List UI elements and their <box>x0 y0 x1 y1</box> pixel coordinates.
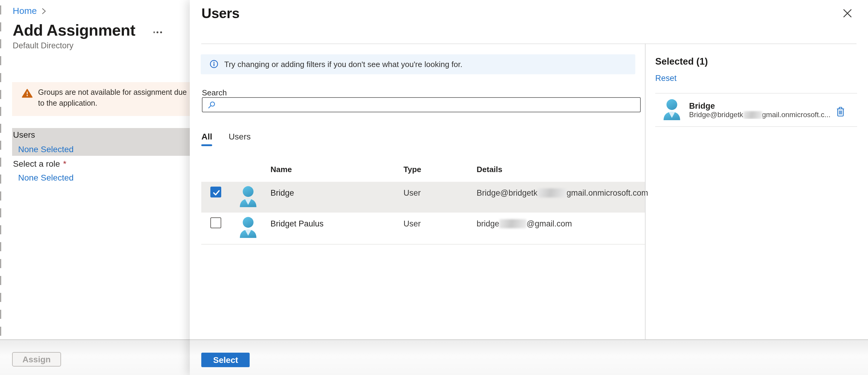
info-icon <box>210 60 218 69</box>
cell-type: User <box>403 189 421 198</box>
required-asterisk: * <box>63 159 66 168</box>
tab-users[interactable]: Users <box>228 131 251 141</box>
users-field-label: Users <box>13 130 35 139</box>
table-row[interactable]: Bridget PaulusUserbridge@gmail.com <box>201 213 645 245</box>
assign-button[interactable]: Assign <box>12 352 61 367</box>
select-button[interactable]: Select <box>202 353 250 367</box>
panel-footer: Select <box>189 339 868 375</box>
role-none-selected-link[interactable]: None Selected <box>18 172 74 182</box>
trash-icon[interactable] <box>835 105 846 117</box>
tab-bar: All Users <box>202 131 251 141</box>
left-edge-scrollbar[interactable] <box>0 5 1 338</box>
cell-type: User <box>403 219 421 229</box>
ellipsis-menu-icon[interactable] <box>152 30 163 34</box>
page-subtitle: Default Directory <box>13 41 73 50</box>
redacted-text <box>499 219 526 229</box>
users-none-selected-link[interactable]: None Selected <box>18 144 74 154</box>
row-checkbox-checked[interactable] <box>210 186 221 198</box>
reset-link[interactable]: Reset <box>655 74 677 83</box>
row-checkbox-unchecked[interactable] <box>210 218 221 229</box>
close-icon[interactable] <box>841 7 853 19</box>
column-header-details: Details <box>476 165 502 174</box>
user-avatar-icon <box>238 186 258 209</box>
page-title: Add Assignment <box>13 21 135 40</box>
users-picker-panel: Users Try changing or adding filters if … <box>189 0 868 375</box>
table-row[interactable]: BridgeUserBridge@bridgetkgmail.onmicroso… <box>201 182 645 213</box>
active-tab-underline <box>202 144 213 146</box>
add-assignment-page: Home Add Assignment Default Directory Gr… <box>0 0 206 375</box>
chevron-right-icon <box>42 8 46 14</box>
warning-text: Groups are not available for assignment … <box>38 88 189 109</box>
search-label: Search <box>202 88 227 97</box>
column-header-name: Name <box>271 165 292 174</box>
info-text: Try changing or adding filters if you do… <box>224 60 462 69</box>
user-rows: BridgeUserBridge@bridgetkgmail.onmicroso… <box>201 182 645 245</box>
cell-details: bridge@gmail.com <box>476 219 572 229</box>
selected-count-title: Selected (1) <box>655 56 708 67</box>
page-title-row: Add Assignment <box>13 21 163 40</box>
panel-title: Users <box>202 5 240 22</box>
column-header-type: Type <box>403 165 421 174</box>
cell-details: Bridge@bridgetkgmail.onmicrosoft.com <box>476 189 648 198</box>
breadcrumb: Home <box>13 5 46 16</box>
search-icon <box>208 101 215 108</box>
select-role-label: Select a role* <box>13 159 66 168</box>
table-header: Name Type Details <box>201 165 644 173</box>
selected-item-name: Bridge <box>689 101 715 110</box>
selected-divider-bottom <box>655 126 857 127</box>
selected-divider-top <box>655 93 857 93</box>
tab-all[interactable]: All <box>202 131 213 141</box>
cell-name: Bridge <box>271 189 294 198</box>
info-banner: Try changing or adding filters if you do… <box>201 54 635 74</box>
user-avatar-icon <box>238 217 258 241</box>
warning-banner: Groups are not available for assignment … <box>12 82 192 116</box>
search-box <box>202 97 641 112</box>
user-avatar-icon <box>662 99 682 123</box>
redacted-text <box>538 189 567 198</box>
breadcrumb-home-link[interactable]: Home <box>13 5 37 16</box>
redacted-text <box>743 111 762 119</box>
selected-item-email: Bridge@bridgetkgmail.onmicrosoft.c... <box>689 110 834 119</box>
title-divider <box>202 43 857 44</box>
cell-name: Bridget Paulus <box>271 219 324 229</box>
warning-triangle-icon <box>22 89 33 100</box>
page-footer: Assign <box>0 339 206 375</box>
azure-portal-page: Home Add Assignment Default Directory Gr… <box>0 0 868 375</box>
vertical-divider <box>645 43 645 339</box>
search-input[interactable] <box>219 97 640 112</box>
